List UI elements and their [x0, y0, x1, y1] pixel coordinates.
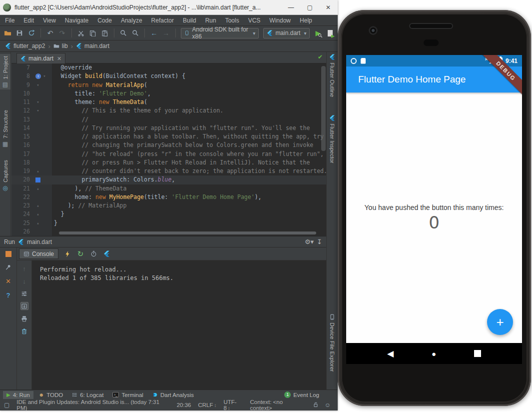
code-line-15[interactable]: 15 // application has a blue toolbar. Th… — [11, 132, 326, 141]
menu-run[interactable]: Run — [205, 17, 216, 24]
code-line-9[interactable]: 9▾ return new MaterialApp( — [11, 81, 326, 90]
code-line-22[interactable]: 22 home: new MyHomePage(title: 'Flutter … — [11, 193, 326, 202]
code-line-13[interactable]: 13 // — [11, 116, 326, 124]
menu-file[interactable]: File — [5, 17, 14, 24]
tab-console[interactable]: Console — [19, 248, 58, 259]
fold-marker-icon[interactable]: ▾ — [35, 81, 40, 90]
encoding-selector[interactable]: UTF-8 — [223, 399, 243, 411]
context-indicator[interactable]: Context: <no context> — [250, 399, 306, 411]
fab-increment-button[interactable]: + — [487, 309, 513, 335]
editor-vertical-scrollbar[interactable] — [321, 66, 326, 151]
breadcrumb-project[interactable]: flutter_app2 — [5, 42, 45, 50]
fold-marker-icon[interactable]: ▾ — [35, 106, 40, 115]
menu-view[interactable]: View — [43, 17, 56, 24]
menu-analyze[interactable]: Analyze — [121, 17, 142, 24]
toolwindow-tab-todo[interactable]: ☻ TODO — [35, 391, 67, 399]
menu-help[interactable]: Help — [300, 17, 312, 24]
replace-icon[interactable] — [131, 29, 139, 38]
scroll-to-end-icon[interactable] — [20, 302, 28, 310]
sidebar-item-structure[interactable]: 7: Structure ▦ — [0, 110, 10, 147]
caret-position[interactable]: 20:36 — [177, 402, 191, 408]
sidebar-item-flutter-inspector[interactable]: Flutter Inspector — [327, 115, 338, 163]
code-line-21[interactable]: 21▴ ), // ThemeData — [11, 184, 326, 193]
minimize-button[interactable]: — — [288, 4, 294, 11]
inspection-status-icon[interactable]: ✔ — [318, 54, 323, 60]
settings-gear-icon[interactable]: ⚙▾ — [305, 238, 314, 246]
menu-navigate[interactable]: Navigate — [65, 17, 88, 24]
toolwindow-tab-terminal[interactable]: ›_ Terminal — [109, 391, 146, 399]
fold-marker-icon[interactable]: ▴ — [35, 184, 40, 193]
menu-refactor[interactable]: Refactor — [151, 17, 174, 24]
code-line-25[interactable]: 25▴} — [11, 219, 326, 228]
pin-icon[interactable] — [4, 263, 12, 271]
hot-reload-icon[interactable] — [63, 250, 71, 258]
fold-marker-icon[interactable]: ▾ — [42, 72, 47, 80]
sidebar-item-captures[interactable]: Captures ◎ — [0, 160, 10, 191]
sidebar-item-device-file-explorer[interactable]: Device File Explorer — [327, 314, 338, 372]
code-line-23[interactable]: 23▴ ); // MaterialApp — [11, 202, 326, 210]
sync-icon[interactable] — [28, 29, 35, 38]
cut-icon[interactable] — [77, 29, 85, 38]
code-line-24[interactable]: 24▴ } — [11, 210, 326, 218]
line-ending-selector[interactable]: CRLF — [198, 402, 216, 408]
stop-icon[interactable] — [5, 251, 11, 257]
console-output[interactable]: Performing hot reload...Reloaded 1 of 38… — [32, 260, 326, 390]
flutter-tools-icon[interactable] — [102, 250, 110, 258]
menu-code[interactable]: Code — [97, 17, 112, 24]
code-line-7[interactable]: 7 @override — [11, 64, 326, 72]
scroll-down-icon[interactable]: ↓ — [20, 277, 28, 285]
attach-debugger-icon[interactable]: ▶ — [326, 29, 334, 38]
lock-icon[interactable] — [313, 402, 319, 409]
nav-back-button[interactable]: ◀ — [387, 348, 394, 359]
clear-all-icon[interactable] — [20, 327, 28, 335]
undo-icon[interactable]: ↶ — [46, 29, 54, 38]
copy-icon[interactable] — [89, 29, 96, 38]
nav-recents-button[interactable] — [474, 350, 481, 357]
hot-restart-icon[interactable]: ↻ — [76, 250, 84, 258]
scroll-up-icon[interactable]: ↑ — [20, 264, 28, 272]
code-line-17[interactable]: 17 // "hot reload" (press "r" in the con… — [11, 150, 326, 158]
forward-icon[interactable]: → — [162, 29, 170, 38]
toolwindow-tab-logcat[interactable]: 6: Logcat — [68, 391, 107, 399]
fold-marker-icon[interactable]: ▴ — [35, 219, 40, 228]
toolwindow-tab-run[interactable]: ▶ 4: Run — [3, 391, 33, 399]
toolwindow-tab-dart-analysis[interactable]: Dart Analysis — [149, 391, 197, 399]
menu-build[interactable]: Build — [183, 17, 196, 24]
code-line-20[interactable]: 20 primarySwatch: Colors.blue, — [11, 176, 326, 184]
code-line-14[interactable]: 14 // Try running your application with … — [11, 124, 326, 132]
menu-edit[interactable]: Edit — [23, 17, 34, 24]
back-icon[interactable]: ← — [150, 29, 158, 38]
breadcrumb-lib[interactable]: lib — [53, 42, 68, 50]
menu-tools[interactable]: Tools — [225, 17, 239, 24]
code-line-8[interactable]: 8↑▾ Widget build(BuildContext context) { — [11, 72, 326, 80]
code-line-11[interactable]: 11▾ theme: new ThemeData( — [11, 98, 326, 106]
hide-panel-icon[interactable]: ↧ — [317, 238, 322, 246]
open-file-icon[interactable] — [4, 29, 11, 38]
paste-icon[interactable] — [101, 29, 108, 38]
code-line-19[interactable]: 19▴ // counter didn't reset back to zero… — [11, 167, 326, 176]
breadcrumb-file[interactable]: main.dart — [76, 42, 109, 50]
menu-window[interactable]: Window — [269, 17, 291, 24]
device-selector[interactable]: Android SDK built for x86 — [181, 28, 259, 38]
redo-icon[interactable]: ↷ — [58, 29, 66, 38]
color-swatch-icon[interactable] — [35, 178, 40, 182]
close-process-icon[interactable]: ✕ — [4, 277, 12, 285]
toolwindow-toggle-icon[interactable]: ▢ — [4, 402, 9, 408]
tab-main-dart[interactable]: main.dart ✕ — [16, 53, 65, 64]
code-line-16[interactable]: 16 // changing the primarySwatch below t… — [11, 141, 326, 150]
sidebar-item-flutter-outline[interactable]: Flutter Outline — [327, 54, 338, 97]
status-message[interactable]: IDE and Plugin Updates: Android Studio i… — [16, 399, 169, 411]
override-marker-icon[interactable]: ↑ — [35, 74, 41, 79]
fold-marker-icon[interactable]: ▴ — [35, 167, 40, 176]
fold-marker-icon[interactable]: ▴ — [35, 202, 40, 210]
help-icon[interactable]: ? — [4, 291, 12, 299]
nav-home-button[interactable]: ● — [432, 350, 436, 358]
tab-close-icon[interactable]: ✕ — [57, 56, 61, 62]
close-button[interactable]: ✕ — [326, 4, 331, 11]
sidebar-item-project[interactable]: 1: Project ▤ — [0, 54, 10, 90]
find-icon[interactable] — [120, 29, 127, 38]
print-icon[interactable] — [20, 314, 28, 322]
run-with-coverage-icon[interactable]: ▶ — [314, 29, 322, 38]
run-config-selector[interactable]: main.dart — [263, 28, 310, 38]
event-log-button[interactable]: 1 Event Log — [281, 390, 323, 399]
